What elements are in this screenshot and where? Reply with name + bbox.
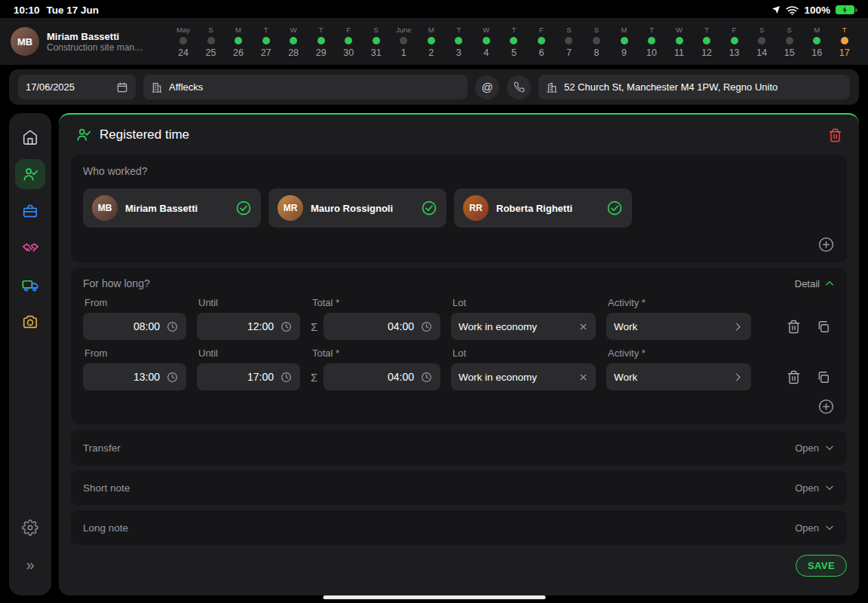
save-button[interactable]: SAVE — [796, 555, 847, 577]
long-note-section[interactable]: Long note Open — [71, 510, 847, 545]
day-number: 13 — [729, 47, 740, 58]
clear-icon[interactable] — [578, 322, 588, 332]
calendar-day[interactable]: F 6 — [529, 26, 554, 58]
add-time-row-button[interactable] — [817, 398, 835, 415]
day-status-dot — [235, 37, 242, 44]
day-number: 1 — [401, 47, 406, 58]
delete-row-button[interactable] — [787, 370, 801, 384]
calendar-day[interactable]: S 15 — [777, 26, 802, 58]
short-note-section[interactable]: Short note Open — [71, 470, 847, 505]
clear-icon[interactable] — [578, 372, 588, 382]
calendar-day[interactable]: M 16 — [804, 26, 830, 58]
calendar-day[interactable]: T 5 — [501, 26, 526, 58]
detail-toggle[interactable]: Detail — [795, 278, 835, 289]
lot-input[interactable]: Work in economy — [451, 363, 596, 390]
day-status-dot — [290, 37, 297, 44]
clock-icon — [166, 320, 179, 333]
calendar-day[interactable]: F 30 — [336, 26, 361, 58]
calendar-day[interactable]: T 27 — [253, 26, 279, 58]
sidebar-item-work[interactable] — [15, 196, 45, 226]
sidebar-item-vehicles[interactable] — [15, 270, 45, 300]
day-number: 15 — [784, 47, 795, 58]
user-info[interactable]: MB Miriam Bassetti Construction site man… — [11, 27, 163, 56]
person-check-icon — [22, 166, 39, 183]
worker-chip[interactable]: MB Miriam Bassetti — [83, 188, 261, 228]
calendar-day[interactable]: W 4 — [474, 26, 499, 58]
chevron-right-icon — [732, 372, 744, 383]
battery-percent: 100% — [804, 5, 830, 16]
calendar-day[interactable]: W 11 — [667, 26, 692, 58]
calendar-day[interactable]: May 24 — [170, 26, 196, 58]
registered-time-panel: Registered time Who worked? MB Miriam Ba… — [59, 113, 859, 595]
open-label: Open — [795, 482, 819, 494]
duplicate-row-button[interactable] — [816, 320, 830, 334]
open-label: Open — [795, 522, 819, 534]
activity-input[interactable]: Work — [606, 363, 751, 390]
calendar-day[interactable]: T 12 — [694, 26, 719, 58]
total-label: Total * — [312, 297, 440, 308]
add-worker-button[interactable] — [817, 236, 835, 253]
sidebar-item-settings[interactable] — [15, 513, 45, 543]
date-field[interactable]: 17/06/2025 — [18, 75, 136, 99]
trash-icon — [828, 128, 842, 142]
day-weekday: W — [676, 26, 682, 34]
calendar-day[interactable]: S 31 — [363, 26, 389, 58]
delete-entry-button[interactable] — [828, 128, 842, 142]
transfer-section[interactable]: Transfer Open — [71, 430, 847, 465]
calendar-day[interactable]: S 14 — [749, 26, 774, 58]
total-input[interactable]: 04:00 — [324, 363, 440, 390]
calendar-day[interactable]: June 1 — [391, 26, 416, 58]
calendar-day[interactable]: T 10 — [639, 26, 664, 58]
email-button[interactable]: @ — [475, 75, 499, 99]
from-input[interactable]: 13:00 — [83, 363, 186, 390]
total-input[interactable]: 04:00 — [324, 313, 440, 340]
worker-chip[interactable]: RR Roberta Righetti — [454, 188, 632, 228]
day-status-dot — [345, 37, 352, 44]
calendar-day[interactable]: S 7 — [556, 26, 581, 58]
activity-label: Activity * — [608, 347, 751, 359]
lot-input[interactable]: Work in economy — [451, 313, 596, 340]
calendar-day[interactable]: W 28 — [281, 26, 306, 58]
address-field[interactable]: 52 Church St, Manchester M4 1PW, Regno U… — [538, 75, 850, 99]
panel-header: Registered time — [71, 115, 847, 155]
calendar-day[interactable]: T 17 — [832, 26, 857, 58]
site-building-icon — [546, 81, 558, 93]
open-label: Open — [795, 442, 819, 454]
lot-value: Work in economy — [459, 321, 537, 332]
clock-icon — [280, 320, 293, 333]
calendar-strip: May 24 S 25 M 26 T 27 W 28 T 29 F 30 S 3… — [170, 26, 857, 58]
long-note-label: Long note — [83, 522, 128, 534]
day-number: 8 — [593, 47, 599, 58]
calendar-day[interactable]: S 8 — [584, 26, 609, 58]
total-label: Total * — [312, 347, 440, 359]
sidebar-item-workers[interactable] — [15, 159, 45, 189]
from-input[interactable]: 08:00 — [83, 313, 186, 340]
worker-avatar: MB — [92, 195, 118, 221]
sidebar-item-deals[interactable] — [15, 233, 45, 263]
sidebar-item-photos[interactable] — [15, 307, 45, 337]
worker-chip[interactable]: MR Mauro Rossignoli — [268, 188, 446, 228]
duplicate-row-button[interactable] — [816, 370, 830, 384]
delete-row-button[interactable] — [787, 320, 801, 334]
calendar-day[interactable]: M 9 — [612, 26, 637, 58]
home-indicator[interactable] — [323, 595, 545, 599]
activity-input[interactable]: Work — [606, 313, 751, 340]
double-chevron-right-icon: » — [26, 557, 34, 572]
calendar-day[interactable]: T 3 — [446, 26, 471, 58]
until-input[interactable]: 12:00 — [197, 313, 300, 340]
user-role: Construction site man… — [47, 42, 143, 53]
calendar-day[interactable]: S 25 — [198, 26, 224, 58]
calendar-day[interactable]: F 13 — [722, 26, 747, 58]
until-input[interactable]: 17:00 — [197, 363, 300, 390]
panel-title: Registered time — [100, 127, 189, 142]
site-field[interactable]: Afflecks — [143, 75, 468, 99]
day-status-dot — [648, 37, 655, 44]
worker-avatar: RR — [463, 195, 489, 221]
phone-button[interactable] — [507, 75, 531, 99]
calendar-day[interactable]: M 2 — [419, 26, 444, 58]
sidebar-expand-button[interactable]: » — [15, 549, 45, 580]
calendar-day[interactable]: T 29 — [308, 26, 334, 58]
calendar-day[interactable]: M 26 — [225, 26, 251, 58]
day-status-dot — [538, 37, 545, 44]
sidebar-item-home[interactable] — [15, 122, 45, 152]
